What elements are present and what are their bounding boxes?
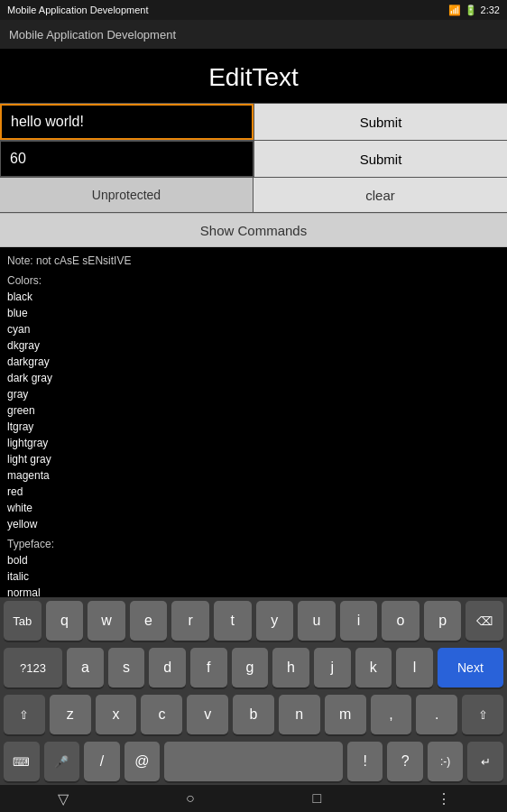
recent-apps-button[interactable]: □ (290, 785, 344, 812)
key-u[interactable]: u (298, 601, 336, 641)
submit-button-2[interactable]: Submit (254, 141, 507, 177)
shift-left-key[interactable]: ⇧ (4, 695, 45, 734)
time-display: 2:32 (481, 5, 500, 15)
input-row-1: Submit (0, 103, 507, 140)
wifi-icon: 📶 (448, 5, 461, 16)
back-button[interactable]: ▽ (36, 785, 90, 812)
key-s[interactable]: s (108, 648, 145, 687)
shift-right-key[interactable]: ⇧ (462, 695, 503, 734)
key-t[interactable]: t (214, 601, 252, 641)
key-b[interactable]: b (233, 695, 274, 734)
status-bar: Mobile Application Development 📶 🔋 2:32 (0, 0, 507, 20)
typeface-label: Typeface: (7, 538, 500, 550)
colors-label: Colors: (7, 274, 500, 287)
keyboard-switch-key[interactable]: ⌨ (4, 742, 40, 781)
keyboard-row-3: ⇧ z x c v b n m , . ⇧ (0, 691, 507, 738)
enter-key[interactable]: ↵ (467, 742, 503, 781)
key-h[interactable]: h (272, 648, 309, 687)
key-exclaim[interactable]: ! (347, 742, 383, 781)
key-y[interactable]: y (256, 601, 294, 641)
key-c[interactable]: c (141, 695, 182, 734)
app-title: Mobile Application Development (9, 28, 176, 42)
key-f[interactable]: f (190, 648, 227, 687)
key-question[interactable]: ? (387, 742, 423, 781)
colors-section: Colors: black blue cyan dkgray darkgray … (7, 274, 500, 532)
keyboard-row-1: Tab q w e r t y u i o p ⌫ (0, 597, 507, 644)
nav-bar: ▽ ○ □ ⋮ (0, 785, 507, 812)
key-emoji[interactable]: :-) (428, 742, 464, 781)
key-v[interactable]: v (187, 695, 228, 734)
key-q[interactable]: q (46, 601, 84, 641)
app-name-status: Mobile Application Development (7, 5, 149, 15)
key-i[interactable]: i (340, 601, 378, 641)
key-x[interactable]: x (96, 695, 137, 734)
control-row: Unprotected clear (0, 177, 507, 213)
key-r[interactable]: r (171, 601, 209, 641)
key-d[interactable]: d (149, 648, 186, 687)
space-key[interactable] (164, 742, 343, 781)
status-icons: 📶 🔋 2:32 (448, 5, 500, 16)
submit-button-1[interactable]: Submit (254, 104, 507, 140)
tab-key[interactable]: Tab (4, 601, 41, 641)
key-n[interactable]: n (279, 695, 320, 734)
key-o[interactable]: o (382, 601, 419, 641)
key-k[interactable]: k (355, 648, 392, 687)
keyboard-row-2: ?123 a s d f g h j k l Next (0, 644, 507, 691)
number-input[interactable] (0, 141, 254, 177)
next-key[interactable]: Next (438, 648, 503, 687)
key-z[interactable]: z (50, 695, 91, 734)
num-sym-key[interactable]: ?123 (4, 648, 62, 687)
key-w[interactable]: w (88, 601, 125, 641)
note-text: Note: not cAsE sENsitIVE (7, 254, 500, 267)
unprotected-button[interactable]: Unprotected (0, 178, 254, 212)
key-e[interactable]: e (130, 601, 168, 641)
show-commands-button[interactable]: Show Commands (0, 213, 507, 247)
colors-list: black blue cyan dkgray darkgray dark gra… (7, 289, 500, 532)
battery-icon: 🔋 (465, 5, 477, 16)
key-l[interactable]: l (396, 648, 433, 687)
keyboard-row-4: ⌨ 🎤 / @ ! ? :-) ↵ (0, 738, 507, 785)
key-a[interactable]: a (67, 648, 104, 687)
key-p[interactable]: p (424, 601, 462, 641)
more-button[interactable]: ⋮ (417, 785, 471, 812)
key-comma[interactable]: , (371, 695, 412, 734)
clear-button[interactable]: clear (254, 178, 507, 212)
key-j[interactable]: j (314, 648, 351, 687)
backspace-key[interactable]: ⌫ (466, 601, 503, 641)
key-m[interactable]: m (325, 695, 366, 734)
key-at[interactable]: @ (124, 742, 161, 781)
mic-key[interactable]: 🎤 (44, 742, 80, 781)
key-g[interactable]: g (232, 648, 269, 687)
text-input[interactable] (0, 104, 254, 140)
input-row-2: Submit (0, 140, 507, 177)
home-button[interactable]: ○ (163, 785, 217, 812)
page-heading: EditText (0, 49, 507, 103)
title-bar: Mobile Application Development (0, 20, 507, 49)
keyboard: Tab q w e r t y u i o p ⌫ ?123 a s d f g… (0, 597, 507, 785)
key-slash[interactable]: / (84, 742, 120, 781)
key-period[interactable]: . (416, 695, 457, 734)
